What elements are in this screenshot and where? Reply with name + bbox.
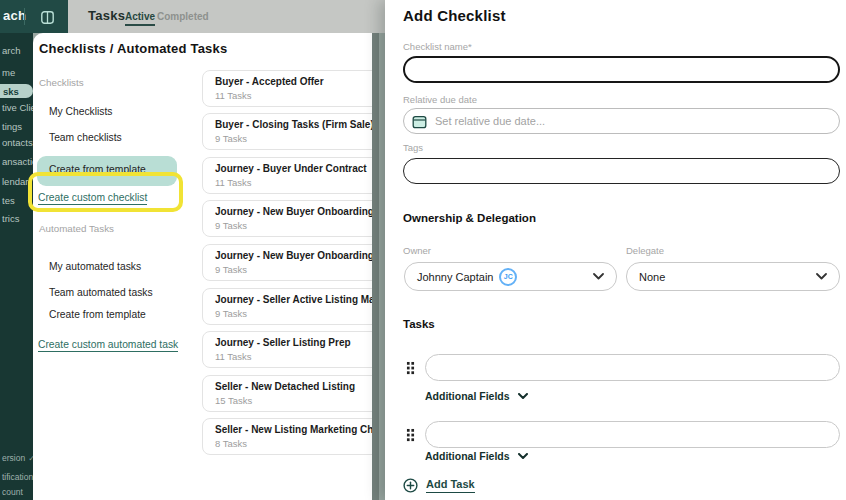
checklist-card[interactable]: Journey - Buyer Under Contract11 Tasks	[202, 157, 379, 194]
section-label-automated-tasks: Automated Tasks	[39, 223, 114, 234]
scrollbar-thumb[interactable]	[372, 33, 379, 500]
checklist-card[interactable]: Buyer - Accepted Offer11 Tasks	[202, 70, 379, 107]
nav-create-from-template[interactable]: Create from template	[37, 156, 177, 186]
delegate-label: Delegate	[626, 245, 664, 256]
tasks-heading: Tasks	[403, 318, 435, 330]
modal-title: Checklists / Automated Tasks	[39, 41, 227, 56]
sidebar-item-home[interactable]: me	[2, 67, 15, 78]
nav-create-from-template-automated[interactable]: Create from template	[49, 309, 146, 320]
delegate-value: None	[639, 271, 665, 283]
add-task-label: Add Task	[426, 478, 475, 493]
sidebar-toggle-icon[interactable]	[41, 10, 54, 23]
sidebar-item-metrics[interactable]: trics	[2, 213, 19, 224]
chevron-down-icon	[593, 273, 604, 280]
sidebar-item-listings[interactable]: tings	[2, 121, 22, 132]
sidebar-item-contacts[interactable]: ontacts	[2, 137, 33, 148]
owner-label: Owner	[403, 245, 431, 256]
page-title: Tasks	[88, 8, 125, 23]
tab-completed[interactable]: Completed	[157, 11, 209, 22]
add-checklist-drawer: Add Checklist Checklist name* Relative d…	[385, 0, 846, 500]
nav-team-checklists[interactable]: Team checklists	[49, 132, 122, 143]
checklist-name-label: Checklist name*	[403, 41, 472, 52]
add-task-button[interactable]: Add Task	[403, 478, 475, 493]
nav-my-automated-tasks[interactable]: My automated tasks	[49, 261, 141, 272]
chevron-down-icon	[518, 393, 528, 399]
avatar: JC	[499, 268, 517, 286]
tags-input[interactable]	[403, 158, 840, 184]
checklists-modal: Checklists / Automated Tasks Checklists …	[33, 33, 379, 500]
checklist-card[interactable]: Journey - Seller Listing Prep11 Tasks	[202, 331, 379, 368]
task-input-2[interactable]	[425, 421, 840, 448]
section-label-checklists: Checklists	[39, 77, 84, 88]
checklist-card[interactable]: Buyer - Closing Tasks (Firm Sale)9 Tasks	[202, 113, 379, 150]
additional-fields-toggle-2[interactable]: Additional Fields	[425, 450, 528, 462]
additional-fields-toggle-1[interactable]: Additional Fields	[425, 390, 528, 402]
task-input-1[interactable]	[425, 354, 840, 381]
sidebar-item-notes[interactable]: tes	[2, 195, 15, 206]
relative-due-date-field[interactable]	[403, 108, 840, 134]
tags-label: Tags	[403, 142, 423, 153]
checklist-card[interactable]: Seller - New Detached Listing15 Tasks	[202, 375, 379, 412]
drag-handle-icon[interactable]	[406, 361, 415, 375]
sidebar-item-tasks-label: sks	[3, 86, 19, 97]
nav-create-custom-checklist[interactable]: Create custom checklist	[38, 192, 147, 205]
chevron-down-icon	[816, 273, 827, 280]
nav-create-custom-automated-task[interactable]: Create custom automated task	[38, 339, 178, 352]
checklist-card[interactable]: Journey - Seller Active Listing Manageme…	[202, 288, 379, 325]
sidebar-item-calendar[interactable]: lendar	[2, 176, 28, 187]
sidebar: arch me sks tive Clie tings ontacts ansa…	[0, 33, 33, 500]
owner-value: Johnny Captain	[417, 271, 493, 283]
sidebar-item-version[interactable]: ersion✓	[2, 453, 33, 463]
owner-select[interactable]: Johnny Captain JC	[404, 262, 617, 291]
nav-create-from-template-label: Create from template	[49, 164, 146, 175]
nav-team-automated-tasks[interactable]: Team automated tasks	[49, 287, 153, 298]
checklist-card[interactable]: Journey - New Buyer Onboarding9 Tasks	[202, 200, 379, 237]
drag-handle-icon[interactable]	[406, 428, 415, 442]
checklist-name-input[interactable]	[403, 56, 840, 83]
checklist-card[interactable]: Seller - New Listing Marketing Checklist…	[202, 418, 379, 455]
sidebar-item-tasks[interactable]: sks	[0, 84, 33, 98]
header-divider	[24, 8, 25, 25]
sidebar-header: ach	[0, 0, 68, 33]
tab-active[interactable]: Active	[125, 11, 155, 26]
delegate-select[interactable]: None	[626, 262, 840, 291]
sidebar-item-active-clients[interactable]: tive Clie	[2, 102, 33, 113]
calendar-icon	[412, 114, 427, 129]
checklist-card[interactable]: Journey - New Buyer Onboarding (Copy)9 T…	[202, 244, 379, 281]
plus-circle-icon	[403, 478, 418, 493]
brand-logo: ach	[3, 8, 26, 23]
ownership-heading: Ownership & Delegation	[403, 212, 536, 224]
chevron-down-icon	[518, 453, 528, 459]
nav-my-checklists[interactable]: My Checklists	[49, 106, 113, 117]
sidebar-item-search[interactable]: arch	[2, 45, 20, 56]
sidebar-item-account[interactable]: count	[2, 487, 23, 497]
sidebar-item-transactions[interactable]: ansactio	[2, 156, 33, 167]
drawer-title: Add Checklist	[403, 7, 506, 24]
relative-due-date-input[interactable]	[435, 115, 831, 127]
relative-due-date-label: Relative due date	[403, 94, 477, 105]
sidebar-item-notifications[interactable]: tification	[2, 472, 33, 482]
